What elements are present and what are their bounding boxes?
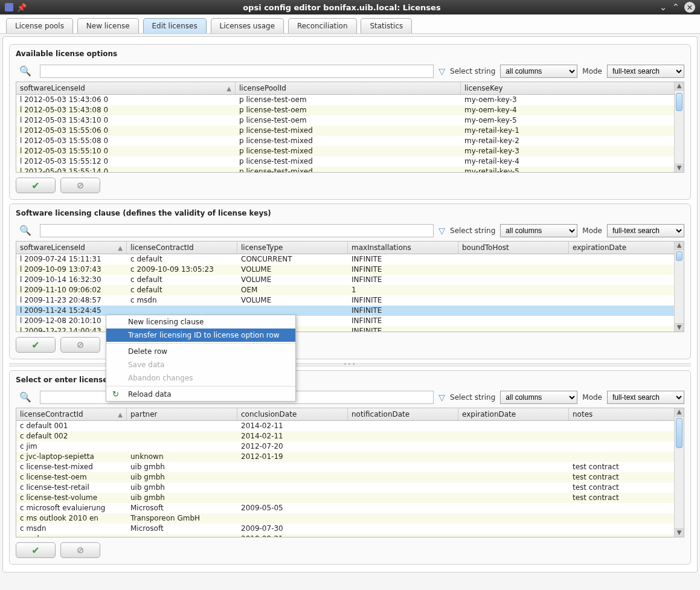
table-row[interactable]: l 2009-07-24 15:11:31c defaultCONCURRENT… [16, 254, 684, 265]
col-license-key[interactable]: licenseKey [461, 82, 681, 94]
confirm-button[interactable]: ✔ [16, 178, 56, 193]
table-row[interactable]: l 2012-05-03 15:55:10 0p license-test-mi… [16, 146, 684, 156]
scroll-up-icon[interactable]: ▲ [675, 408, 684, 417]
scroll-up-icon[interactable]: ▲ [675, 82, 684, 91]
table-cell [458, 265, 569, 274]
menu-item[interactable]: New licensing clause [106, 315, 295, 329]
table-row[interactable]: c license-test-retailuib gmbhtest contra… [16, 483, 684, 493]
select-string-combo[interactable]: all columns [500, 391, 577, 404]
cancel-button[interactable]: ⊘ [60, 178, 100, 193]
mode-combo[interactable]: full-text search [607, 65, 684, 78]
table-row[interactable]: l 2012-05-03 15:43:06 0p license-test-oe… [16, 95, 684, 105]
table-cell: VOLUME [237, 295, 348, 305]
search-icon[interactable]: 🔍 [16, 390, 35, 404]
table-row[interactable]: c microsoft evaluierungMicrosoft2009-05-… [16, 503, 684, 513]
col-license-pool-id[interactable]: licensePoolId [236, 82, 461, 94]
scrollbar[interactable]: ▲ ▼ [674, 408, 684, 537]
cancel-button[interactable]: ⊘ [60, 542, 100, 558]
filter-icon[interactable]: ▽ [438, 66, 445, 76]
check-icon: ✔ [31, 180, 39, 191]
table-cell: l 2012-05-03 15:43:06 0 [16, 95, 236, 104]
table-row[interactable]: l 2009-10-14 16:32:30c defaultVOLUMEINFI… [16, 275, 684, 285]
col-notes[interactable]: notes [569, 408, 679, 420]
table-row[interactable]: c license-test-volumeuib gmbhtest contra… [16, 493, 684, 503]
filter-icon[interactable]: ▽ [438, 226, 445, 236]
col-license-contract-id[interactable]: licenseContractId [127, 242, 237, 254]
table-row[interactable]: l 2009-10-09 13:07:43c 2009-10-09 13:05:… [16, 265, 684, 275]
confirm-button[interactable]: ✔ [16, 542, 56, 558]
table-row[interactable]: l 2009-11-23 20:48:57c msdnVOLUMEINFINIT… [16, 295, 684, 306]
menu-separator [106, 343, 295, 344]
scroll-thumb[interactable] [676, 93, 682, 111]
mode-combo[interactable]: full-text search [607, 224, 684, 237]
search-icon[interactable]: 🔍 [16, 223, 35, 237]
table-row[interactable]: c mzks2018-09-21 [16, 534, 684, 537]
col-software-license-id[interactable]: softwareLicenseId▲ [16, 242, 127, 254]
search-input[interactable] [40, 224, 434, 237]
table-cell [348, 524, 458, 533]
col-partner[interactable]: partner [127, 408, 237, 420]
tab-license-pools[interactable]: License pools [6, 18, 73, 33]
minimize-icon[interactable]: ⌄ [660, 2, 667, 13]
table-row[interactable]: c jvc-laptop-sepiettaunknown2012-01-19 [16, 452, 684, 462]
filter-icon[interactable]: ▽ [438, 393, 445, 402]
table-cell [569, 441, 679, 451]
select-string-combo[interactable]: all columns [500, 224, 577, 237]
scroll-down-icon[interactable]: ▼ [675, 323, 684, 332]
scroll-down-icon[interactable]: ▼ [675, 164, 684, 172]
col-notification-date[interactable]: notificationDate [348, 408, 458, 420]
tab-new-license[interactable]: New license [77, 18, 139, 33]
confirm-button[interactable]: ✔ [16, 337, 56, 353]
table-cell: Microsoft [127, 524, 237, 533]
table-cell [458, 421, 569, 431]
table-row[interactable]: l 2012-05-03 15:55:08 0p license-test-mi… [16, 136, 684, 146]
select-string-label: Select string [450, 67, 495, 75]
scroll-thumb[interactable] [676, 418, 682, 448]
close-icon[interactable]: ✕ [684, 2, 695, 13]
maximize-icon[interactable]: ⌃ [672, 2, 679, 13]
filter-row: 🔍 ▽ Select string all columns Mode full-… [16, 223, 684, 237]
col-software-license-id[interactable]: softwareLicenseId▲ [16, 82, 236, 94]
tab-statistics[interactable]: Statistics [361, 18, 412, 33]
table-row[interactable]: c msdnMicrosoft2009-07-30 [16, 524, 684, 534]
scrollbar[interactable]: ▲ ▼ [674, 242, 684, 332]
table-row[interactable]: l 2009-11-10 09:06:02c defaultOEM1 [16, 285, 684, 295]
col-license-contract-id[interactable]: licenseContractId▲ [16, 408, 127, 420]
col-expiration-date[interactable]: expirationDate [569, 242, 679, 254]
table-row[interactable]: c default 0012014-02-11 [16, 421, 684, 431]
table-row[interactable]: l 2012-05-03 15:43:08 0p license-test-oe… [16, 105, 684, 115]
table-row[interactable]: c license-test-oemuib gmbhtest contract [16, 472, 684, 483]
scroll-down-icon[interactable]: ▼ [675, 528, 684, 537]
col-conclusion-date[interactable]: conclusionDate [237, 408, 348, 420]
col-bound-to-host[interactable]: boundToHost [458, 242, 569, 254]
menu-item[interactable]: Delete row [106, 345, 295, 358]
table-row[interactable]: c ms outlook 2010 enTransporeon GmbH [16, 513, 684, 524]
select-string-combo[interactable]: all columns [500, 65, 577, 78]
table-row[interactable]: l 2012-05-03 15:43:10 0p license-test-oe… [16, 115, 684, 126]
tab-licenses-usage[interactable]: Licenses usage [211, 18, 284, 33]
table-cell: l 2009-10-14 16:32:30 [16, 275, 127, 284]
scroll-thumb[interactable] [676, 251, 682, 261]
menu-item-label: Delete row [128, 347, 167, 356]
scroll-up-icon[interactable]: ▲ [675, 242, 684, 250]
menu-item[interactable]: ↻Reload data [106, 388, 295, 401]
menu-item[interactable]: Transfer licensing ID to license option … [106, 329, 295, 342]
tab-edit-licenses[interactable]: Edit licenses [143, 18, 207, 33]
col-license-type[interactable]: licenseType [237, 242, 348, 254]
table-row[interactable]: c license-test-mixeduib gmbhtest contrac… [16, 462, 684, 472]
mode-combo[interactable]: full-text search [607, 391, 684, 404]
table-row[interactable]: l 2012-05-03 15:55:12 0p license-test-mi… [16, 156, 684, 167]
col-max-installations[interactable]: maxInstallations [348, 242, 458, 254]
search-icon[interactable]: 🔍 [16, 64, 35, 78]
table-cell: l 2009-10-09 13:07:43 [16, 265, 127, 274]
scrollbar[interactable]: ▲ ▼ [674, 82, 684, 172]
table-row[interactable]: c jim2012-07-20 [16, 441, 684, 452]
cancel-button[interactable]: ⊘ [60, 337, 100, 353]
table-row[interactable]: c default 0022014-02-11 [16, 431, 684, 441]
pin-icon[interactable]: 📌 [17, 3, 25, 11]
table-row[interactable]: l 2012-05-03 15:55:06 0p license-test-mi… [16, 126, 684, 136]
col-expiration-date[interactable]: expirationDate [458, 408, 569, 420]
tab-reconciliation[interactable]: Reconciliation [288, 18, 357, 33]
table-row[interactable]: l 2012-05-03 15:55:14 0p license-test-mi… [16, 167, 684, 172]
search-input[interactable] [40, 65, 434, 78]
